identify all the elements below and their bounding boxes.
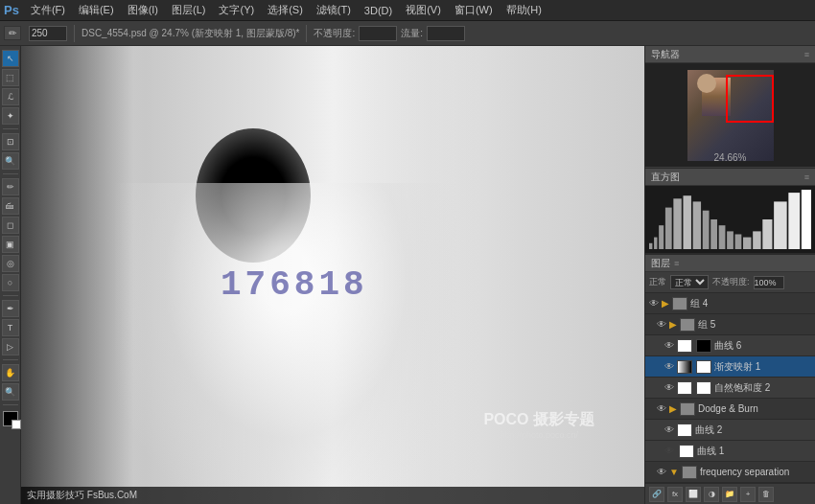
layer-mask-4 [696, 381, 711, 395]
layers-delete-btn[interactable]: 🗑 [758, 487, 774, 502]
navigator-thumbnail: 24.66% [645, 63, 815, 167]
opacity-label: 不透明度: [712, 276, 750, 288]
histogram-svg [649, 190, 811, 249]
tool-magic-wand[interactable]: ✦ [2, 107, 19, 125]
tool-shape[interactable]: ▷ [2, 338, 19, 355]
flow-label: 流量: [401, 27, 423, 40]
layers-mask-btn[interactable]: ⬜ [686, 487, 701, 502]
file-name: DSC_4554.psd @ 24.7% (新变映射 1, 图层蒙版/8)* [82, 27, 299, 40]
layers-link-btn[interactable]: 🔗 [649, 487, 664, 502]
menu-file[interactable]: 文件(F) [25, 1, 71, 19]
svg-rect-12 [743, 238, 751, 249]
background-color[interactable] [12, 420, 21, 429]
menu-3d[interactable]: 3D(D) [359, 3, 398, 18]
layers-fx-btn[interactable]: fx [667, 487, 683, 502]
layer-vis-1[interactable]: 👁 [657, 319, 666, 330]
tool-brush[interactable]: ✏ [2, 178, 19, 195]
canvas-area: 176818 POCO 摄影专题 http://photo.poco.cn/ 实… [21, 46, 644, 504]
layer-row-1[interactable]: 👁 ▶ 组 5 [645, 314, 815, 335]
tool-blur[interactable]: ◎ [2, 255, 19, 272]
svg-rect-16 [788, 193, 800, 249]
svg-rect-1 [654, 238, 657, 249]
tool-sep-5 [3, 404, 18, 405]
menu-bar: Ps 文件(F) 编辑(E) 图像(I) 图层(L) 文字(Y) 选择(S) 滤… [0, 0, 815, 21]
poco-title: POCO 摄影专题 [483, 410, 594, 430]
poco-url: http://photo.poco.cn/ [483, 430, 594, 440]
tool-zoom[interactable]: 🔍 [2, 383, 19, 401]
layer-vis-6[interactable]: 👁 [664, 424, 674, 435]
opacity-value[interactable] [754, 276, 784, 289]
layer-row-8[interactable]: 👁 ▼ frequency separation [645, 462, 815, 483]
layers-adjust-btn[interactable]: ◑ [704, 487, 719, 502]
menu-image[interactable]: 图像(I) [122, 1, 164, 19]
tool-eyedropper[interactable]: 🔍 [2, 152, 19, 170]
layer-thumb-6 [677, 424, 692, 437]
layer-name-0: 组 4 [690, 297, 811, 310]
layer-row-0[interactable]: 👁 ▶ 组 4 [645, 293, 815, 314]
tool-move[interactable]: ↖ [2, 50, 19, 67]
menu-filter[interactable]: 滤镜(T) [311, 1, 357, 19]
menu-text[interactable]: 文字(Y) [213, 1, 260, 19]
layer-thumb-2 [677, 339, 692, 353]
svg-rect-7 [703, 211, 710, 249]
tool-crop[interactable]: ⊡ [2, 133, 19, 150]
menu-layer[interactable]: 图层(L) [166, 1, 211, 19]
layer-vis-7[interactable]: 👁 [664, 446, 676, 456]
layers-options: 正常 正常 不透明度: [645, 272, 815, 293]
menu-help[interactable]: 帮助(H) [501, 1, 547, 19]
tool-lasso[interactable]: ℒ [2, 88, 19, 105]
svg-rect-8 [710, 219, 717, 249]
layer-vis-2[interactable]: 👁 [664, 340, 674, 351]
histogram-chart [645, 186, 815, 253]
svg-rect-17 [802, 190, 811, 249]
tool-dodge[interactable]: ○ [2, 274, 19, 291]
layers-group-btn[interactable]: 📁 [722, 487, 737, 502]
tool-eraser[interactable]: ◻ [2, 217, 19, 234]
layer-row-4[interactable]: 👁 自然饱和度 2 [645, 378, 815, 399]
layers-title: 图层 [651, 257, 670, 270]
navigator-menu-icon[interactable]: ≡ [804, 50, 809, 59]
layer-vis-4[interactable]: 👁 [664, 382, 674, 393]
foreground-color[interactable] [3, 411, 18, 426]
tool-gradient[interactable]: ▣ [2, 236, 19, 253]
layer-vis-5[interactable]: 👁 [657, 403, 666, 414]
layer-row-2[interactable]: 👁 曲线 6 [645, 335, 815, 356]
svg-rect-0 [649, 243, 652, 249]
nav-head [697, 74, 716, 93]
layer-vis-8[interactable]: 👁 [657, 467, 666, 477]
menu-view[interactable]: 视图(V) [400, 1, 447, 19]
layers-menu-icon[interactable]: ≡ [674, 259, 679, 268]
poco-watermark: POCO 摄影专题 http://photo.poco.cn/ [483, 410, 594, 440]
tool-select-rect[interactable]: ⬚ [2, 69, 19, 86]
svg-rect-15 [774, 201, 787, 249]
tool-pen[interactable]: ✒ [2, 300, 19, 317]
opacity-input[interactable]: 84% [359, 26, 397, 41]
navigator-panel: 导航器 ≡ 24.66% [645, 46, 815, 169]
navigator-title: 导航器 [651, 48, 680, 61]
layers-new-btn[interactable]: + [740, 487, 756, 502]
menu-edit[interactable]: 编辑(E) [73, 1, 120, 19]
layer-row-6[interactable]: 👁 曲线 2 [645, 420, 815, 441]
layer-vis-0[interactable]: 👁 [649, 298, 659, 309]
layer-row-7[interactable]: 👁 曲线 1 [645, 441, 815, 462]
nav-zoom-level: 24.66% [714, 152, 747, 163]
brush-size-input[interactable] [29, 26, 67, 41]
layer-name-8: frequency separation [700, 467, 811, 477]
menu-select[interactable]: 选择(S) [262, 1, 309, 19]
layer-row-3[interactable]: 👁 渐变映射 1 [645, 356, 815, 378]
menu-window[interactable]: 窗口(W) [449, 1, 499, 19]
svg-rect-10 [727, 231, 734, 249]
layer-row-5[interactable]: 👁 ▶ Dodge & Burn [645, 399, 815, 420]
layer-name-7: 曲线 1 [697, 445, 811, 458]
tool-clone-stamp[interactable]: 🖮 [2, 197, 19, 215]
flow-input[interactable]: 100% [427, 26, 465, 41]
layer-vis-3[interactable]: 👁 [664, 361, 674, 372]
histogram-menu-icon[interactable]: ≡ [804, 172, 809, 182]
right-panel: 导航器 ≡ 24.66% 直方图 ≡ [644, 46, 815, 504]
tool-icon[interactable]: ✏ [4, 26, 21, 40]
layer-name-1: 组 5 [698, 318, 811, 332]
layers-toolbar: 🔗 fx ⬜ ◑ 📁 + 🗑 [645, 483, 815, 504]
tool-hand[interactable]: ✋ [2, 364, 19, 381]
tool-text[interactable]: T [2, 319, 19, 336]
blend-mode-select[interactable]: 正常 [670, 275, 709, 289]
